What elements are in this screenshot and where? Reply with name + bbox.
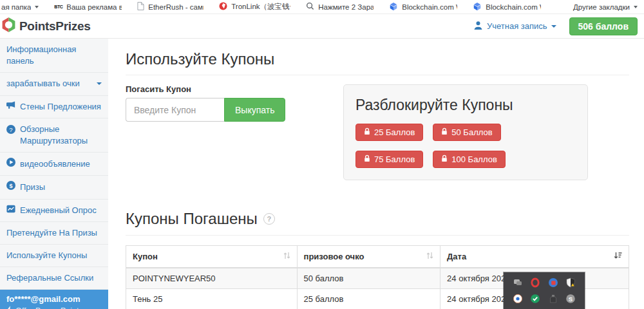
bonus-account-gmail[interactable]: fo*****@gmail.com Offer Bonus Points: [0, 290, 108, 309]
points-badge[interactable]: 506 баллов: [569, 17, 638, 35]
bookmark-click2earn[interactable]: Нажмите 2 Зараб: [306, 2, 374, 12]
svg-text:?: ?: [9, 126, 12, 133]
antivirus-check-icon[interactable]: [530, 294, 540, 304]
coin-icon: $: [6, 181, 15, 193]
brand-name: PointsPrizes: [19, 19, 90, 33]
search-icon: [306, 2, 314, 12]
bookmark-label: Blockchain.com Wa: [402, 3, 457, 11]
page-title: Используйте Купоны: [126, 50, 629, 75]
unlock-coupons-panel: Разблокируйте Купоны 25 Баллов 50 Баллов…: [343, 84, 588, 180]
skype-icon[interactable]: S: [565, 294, 576, 304]
sidebar-item-label: Информационная панель: [6, 44, 102, 67]
bolt-icon: [6, 306, 12, 309]
btc-icon: BTC: [54, 5, 62, 9]
sidebar-item-video-ads[interactable]: видеообъявление: [0, 153, 108, 176]
cell-points: 25 баллов: [297, 289, 440, 309]
play-circle-icon: [6, 158, 15, 170]
bookmark-blockchain-2[interactable]: Blockchain.com Wa: [473, 2, 541, 12]
sidebar-item-offer-walls[interactable]: Стены Предложения: [0, 96, 108, 118]
system-tray-popup: S: [504, 272, 585, 309]
unlock-75-button[interactable]: 75 Баллов: [355, 151, 423, 168]
sort-both-icon: [426, 252, 433, 261]
brand-logo[interactable]: PointsPrizes: [1, 17, 90, 35]
cell-coupon: POINTYNEWYEAR50: [126, 268, 298, 289]
browser-window: ая папка BTC Ваша реклама в с EtherRush …: [0, 0, 644, 309]
sidebar-item-claim-prizes[interactable]: Претендуйте На Призы: [0, 222, 108, 245]
sidebar-item-survey-routers[interactable]: ? Обзорные Маршрутизаторы: [0, 118, 108, 153]
header-right: Учетная запись 506 баллов: [473, 17, 638, 35]
sidebar-item-label: Стены Предложения: [20, 101, 102, 113]
help-icon[interactable]: ?: [263, 213, 275, 225]
sidebar-item-referral-links[interactable]: Реферальные Ссылки: [0, 267, 108, 290]
sidebar-item-dashboard[interactable]: Информационная панель: [0, 39, 108, 73]
redeem-form: Погасить Купон Выкупать: [126, 84, 343, 122]
sidebar-item-label: видеообъявление: [20, 158, 102, 170]
account-label: Учетная запись: [487, 21, 547, 31]
cell-coupon: Тень 25: [126, 289, 298, 309]
sidebar-item-label: Обзорные Маршрутизаторы: [20, 124, 102, 147]
column-header-coupon[interactable]: Купон: [126, 246, 298, 268]
unlock-100-button[interactable]: 100 Баллов: [433, 151, 506, 168]
lock-icon: [364, 154, 370, 164]
redeem-coupon-label: Погасить Купон: [126, 84, 343, 94]
sidebar-item-earn-points[interactable]: зарабатывать очки: [0, 73, 108, 95]
bookmark-folder[interactable]: ая папка: [1, 3, 39, 11]
bookmark-label: TronLink（波宝钱包: [231, 2, 290, 12]
sidebar-item-label: Ежедневный Опрос: [20, 205, 102, 216]
sidebar-item-use-coupons[interactable]: Используйте Купоны: [0, 245, 108, 267]
sidebar-item-prizes[interactable]: $ Призы: [0, 176, 108, 199]
sidebar-item-label: Реферальные Ссылки: [6, 272, 102, 284]
opera-icon[interactable]: [530, 277, 540, 288]
sidebar-item-daily-poll[interactable]: Ежедневный Опрос: [0, 200, 108, 222]
redeem-button[interactable]: Выкупать: [224, 98, 285, 122]
bookmark-folder-label: ая папка: [1, 3, 31, 11]
blockchain-icon: [389, 2, 398, 12]
page-icon: [137, 2, 144, 12]
bookmarks-bar: ая папка BTC Ваша реклама в с EtherRush …: [0, 0, 644, 14]
tronlink-icon: [219, 2, 227, 12]
bonus-email: fo*****@gmail.com: [6, 294, 102, 304]
unlock-50-button[interactable]: 50 Баллов: [433, 124, 500, 141]
bookmark-tronlink[interactable]: TronLink（波宝钱包: [219, 2, 290, 12]
blockchain-icon: [473, 2, 482, 12]
sidebar: Информационная панель зарабатывать очки …: [0, 39, 108, 309]
chevron-down-icon: [551, 25, 556, 28]
bookmark-btc[interactable]: BTC Ваша реклама в с: [54, 3, 122, 11]
ink-bottle-icon[interactable]: [548, 294, 558, 304]
sidebar-item-label: Претендуйте На Призы: [6, 227, 102, 239]
coupon-input[interactable]: [126, 98, 224, 122]
bookmark-label: EtherRush - самый: [148, 3, 204, 11]
chevron-down-icon: [634, 6, 638, 8]
bookmark-label: Ваша реклама в с: [66, 3, 122, 11]
sidebar-item-label: Используйте Купоны: [6, 250, 102, 261]
redeem-row: Погасить Купон Выкупать Разблокируйте Ку…: [126, 84, 629, 180]
lock-icon: [364, 127, 370, 137]
column-header-date[interactable]: Дата: [440, 246, 629, 268]
bonus-sub-label: Offer Bonus Points: [15, 306, 83, 309]
unlock-panel-title: Разблокируйте Купоны: [355, 97, 576, 114]
sidebar-item-label: зарабатывать очки: [6, 78, 92, 89]
mail-app-icon[interactable]: [548, 277, 558, 288]
history-section-title: Купоны Погашены ?: [126, 210, 629, 236]
chat-app-icon[interactable]: [513, 277, 523, 288]
chevron-down-icon: [97, 82, 102, 85]
bookmark-etherrush[interactable]: EtherRush - самый: [137, 2, 204, 12]
bookmark-label: Blockchain.com Wa: [486, 3, 541, 11]
bookmark-label: Нажмите 2 Зараб: [318, 3, 374, 11]
svg-text:$: $: [9, 183, 12, 189]
sidebar-item-label: Призы: [20, 182, 102, 193]
bookmark-blockchain-1[interactable]: Blockchain.com Wa: [389, 2, 457, 12]
sort-desc-icon: [614, 252, 622, 261]
user-icon: [473, 21, 483, 32]
site-header: PointsPrizes Учетная запись 506 баллов: [0, 14, 644, 39]
media-player-icon[interactable]: [513, 294, 523, 304]
unlock-25-button[interactable]: 25 Баллов: [355, 124, 423, 141]
account-menu[interactable]: Учетная запись: [473, 21, 556, 32]
chevron-down-icon: [35, 6, 39, 8]
other-bookmarks-button[interactable]: Другие закладки: [573, 3, 638, 11]
other-bookmarks-label: Другие закладки: [573, 3, 630, 11]
lock-icon: [441, 127, 448, 137]
shield-warning-icon[interactable]: [565, 277, 576, 288]
column-header-points[interactable]: призовое очко: [297, 246, 440, 268]
lock-icon: [441, 154, 448, 164]
